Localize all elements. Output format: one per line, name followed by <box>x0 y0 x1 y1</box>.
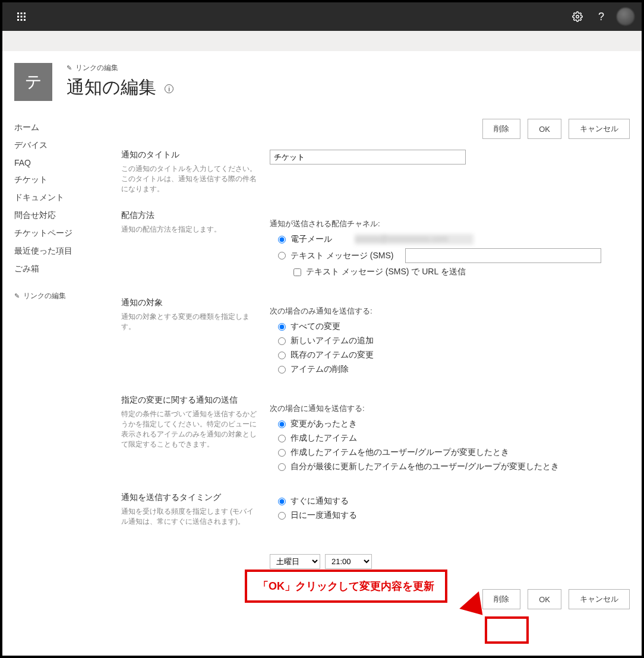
svg-rect-2 <box>24 12 26 14</box>
delivery-prompt: 通知が送信される配信チャネル: <box>270 219 630 229</box>
section-delivery: 配信方法 通知の配信方法を指定します。 通知が送信される配信チャネル: 電子メー… <box>121 210 630 281</box>
section-timing-desc: 通知を受け取る頻度を指定します (モバイル通知は、常にすぐに送信されます)。 <box>121 507 258 527</box>
sidebar-item-trash[interactable]: ごみ箱 <box>14 260 109 278</box>
specific-prompt: 次の場合に通知を送信する: <box>270 403 630 414</box>
specific-opt-2[interactable]: 作成したアイテムを他のユーザー/グループが変更したとき <box>278 447 630 458</box>
help-icon[interactable]: ? <box>589 5 613 29</box>
ribbon-placeholder <box>2 31 642 51</box>
svg-rect-0 <box>17 12 19 14</box>
callout-box: 「OK」クリックして変更内容を更新 <box>245 570 447 603</box>
delivery-sms-radio[interactable]: テキスト メッセージ (SMS) <box>278 248 630 263</box>
content: 削除 OK キャンセル 通知のタイトル この通知のタイトルを入力してください。こ… <box>121 119 630 620</box>
cancel-button-top[interactable]: キャンセル <box>569 119 630 139</box>
svg-rect-6 <box>17 19 19 21</box>
info-icon[interactable]: i <box>165 84 173 93</box>
apps-icon[interactable] <box>10 5 33 29</box>
section-timing-label: 通知を送信するタイミング <box>121 492 258 503</box>
sidebar-item-document[interactable]: ドキュメント <box>14 189 109 207</box>
pencil-icon: ✎ <box>14 292 20 300</box>
section-specific-label: 指定の変更に関する通知の送信 <box>121 395 258 406</box>
page-title: 通知の編集 i <box>67 75 173 100</box>
edit-links-side-label: リンクの編集 <box>23 291 66 301</box>
sidebar-item-inquiry[interactable]: 問合せ対応 <box>14 207 109 224</box>
delivery-email-label: 電子メール <box>291 234 332 245</box>
sidebar-item-ticketpage[interactable]: チケットページ <box>14 224 109 242</box>
target-prompt: 次の場合のみ通知を送信する: <box>270 306 630 317</box>
time-select[interactable]: 21:00 <box>325 554 372 569</box>
sidebar-item-recent[interactable]: 最近使った項目 <box>14 242 109 260</box>
section-specific: 指定の変更に関する通知の送信 特定の条件に基づいて通知を送信するかどうかを指定し… <box>121 395 630 476</box>
section-delivery-desc: 通知の配信方法を指定します。 <box>121 224 258 235</box>
edit-links-side[interactable]: ✎ リンクの編集 <box>14 287 109 305</box>
svg-rect-1 <box>21 12 23 14</box>
action-row-top: 削除 OK キャンセル <box>121 119 630 139</box>
delivery-sms-input[interactable] <box>405 248 601 263</box>
timing-opt-0[interactable]: すぐに通知する <box>278 496 630 507</box>
svg-rect-8 <box>24 19 26 21</box>
delivery-sms-url-label: テキスト メッセージ (SMS) で URL を送信 <box>306 267 466 277</box>
section-timing: 通知を送信するタイミング 通知を受け取る頻度を指定します (モバイル通知は、常に… <box>121 492 630 572</box>
delete-button-top[interactable]: 削除 <box>482 119 520 139</box>
site-tile[interactable]: テ <box>14 63 52 101</box>
sidebar: ホーム デバイス FAQ チケット ドキュメント 問合せ対応 チケットページ 最… <box>14 119 121 620</box>
gear-icon[interactable] <box>566 5 589 29</box>
svg-rect-7 <box>21 19 23 21</box>
delivery-sms-url-check[interactable]: テキスト メッセージ (SMS) で URL を送信 <box>293 267 630 277</box>
target-opt-3[interactable]: アイテムの削除 <box>278 364 630 375</box>
specific-opt-1[interactable]: 作成したアイテム <box>278 433 630 444</box>
svg-point-9 <box>576 15 579 18</box>
section-title: 通知のタイトル この通知のタイトルを入力してください。このタイトルは、通知を送信… <box>121 150 630 194</box>
edit-links-label: リンクの編集 <box>75 63 118 73</box>
day-select[interactable]: 土曜日 <box>270 554 320 569</box>
target-opt-2[interactable]: 既存のアイテムの変更 <box>278 350 630 360</box>
svg-rect-3 <box>17 16 19 18</box>
target-opt-0[interactable]: すべての変更 <box>278 321 630 332</box>
section-target-desc: 通知の対象とする変更の種類を指定します。 <box>121 312 258 332</box>
delivery-email-radio[interactable]: 電子メール xxxxxx@xxxxxxxxxx.com <box>278 234 630 245</box>
cancel-button-bottom[interactable]: キャンセル <box>569 589 630 609</box>
section-target-label: 通知の対象 <box>121 298 258 308</box>
sidebar-item-home[interactable]: ホーム <box>14 119 109 137</box>
specific-opt-0[interactable]: 変更があったとき <box>278 419 630 429</box>
svg-rect-4 <box>21 16 23 18</box>
delivery-sms-label: テキスト メッセージ (SMS) <box>291 251 393 261</box>
section-target: 通知の対象 通知の対象とする変更の種類を指定します。 次の場合のみ通知を送信する… <box>121 298 630 378</box>
timing-selects: 土曜日 21:00 <box>270 554 630 569</box>
avatar[interactable] <box>617 8 634 26</box>
delivery-sms-url-check-input[interactable] <box>293 268 301 276</box>
ok-button-bottom[interactable]: OK <box>528 589 561 609</box>
section-title-label: 通知のタイトル <box>121 150 258 160</box>
sidebar-item-ticket[interactable]: チケット <box>14 171 109 189</box>
section-specific-desc: 特定の条件に基づいて通知を送信するかどうかを指定してください。特定のビューに表示… <box>121 409 258 449</box>
notification-title-input[interactable] <box>270 150 466 164</box>
ok-button-top[interactable]: OK <box>528 119 561 139</box>
sidebar-item-faq[interactable]: FAQ <box>14 154 109 171</box>
delivery-email-value: xxxxxx@xxxxxxxxxx.com <box>355 234 473 245</box>
page-header: テ ✎ リンクの編集 通知の編集 i <box>2 51 642 107</box>
timing-opt-1[interactable]: 日に一度通知する <box>278 510 630 521</box>
top-bar: ? <box>2 2 642 31</box>
specific-opt-3[interactable]: 自分が最後に更新したアイテムを他のユーザー/グループが変更したとき <box>278 461 630 472</box>
section-delivery-label: 配信方法 <box>121 210 258 221</box>
svg-rect-5 <box>24 16 26 18</box>
section-title-desc: この通知のタイトルを入力してください。このタイトルは、通知を送信する際の件名にな… <box>121 164 258 194</box>
delivery-email-radio-input[interactable] <box>278 236 286 243</box>
target-opt-1[interactable]: 新しいアイテムの追加 <box>278 336 630 346</box>
sidebar-item-device[interactable]: デバイス <box>14 137 109 154</box>
pencil-icon: ✎ <box>67 64 72 72</box>
edit-links-top[interactable]: ✎ リンクの編集 <box>67 63 173 73</box>
delivery-sms-radio-input[interactable] <box>278 252 286 260</box>
